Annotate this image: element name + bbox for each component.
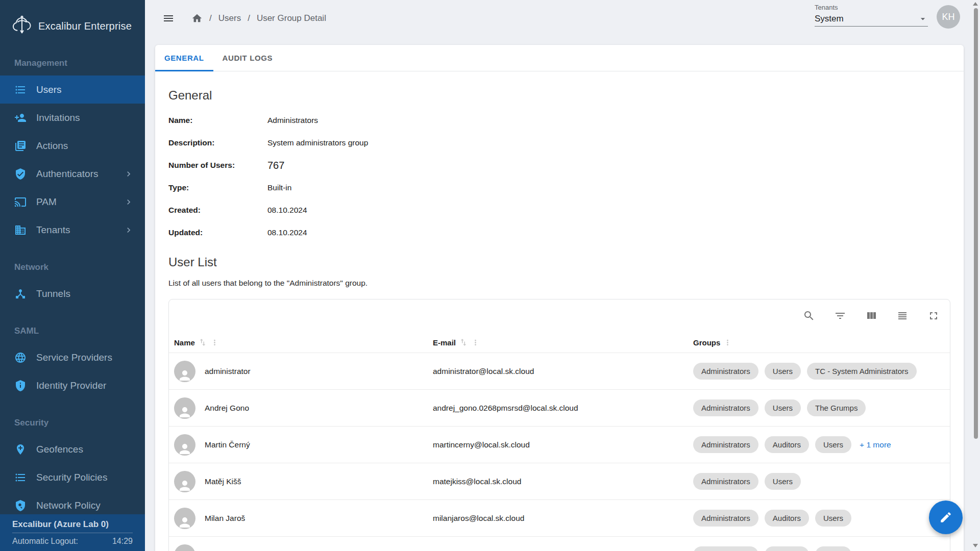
column-menu-icon[interactable] [471, 338, 480, 347]
fullscreen-icon[interactable] [927, 310, 940, 322]
sidebar-item-actions[interactable]: Actions [0, 132, 145, 160]
tab-general[interactable]: GENERAL [155, 45, 213, 71]
user-email: andrej_gono.0268pmsrsd@local.sk.cloud [433, 404, 693, 413]
avatar [174, 471, 195, 492]
table-row-ad-la-b-lkov[interactable]: Adéla Bílkováadelabilkova@local.sk.cloud… [169, 536, 950, 551]
list-icon [14, 471, 27, 484]
edit-fab-button[interactable] [929, 500, 963, 534]
sidebar-item-tenants[interactable]: Tenants [0, 216, 145, 244]
cell-groups: AdministratorsUsersThe Grumps [693, 399, 950, 416]
cast-icon [14, 196, 27, 208]
sidebar-section-saml: SAMLService ProvidersIdentity Provider [0, 325, 145, 399]
group-chip-administrators: Administrators [693, 399, 758, 416]
avatar [174, 508, 195, 529]
sidebar-item-label: Users [36, 84, 62, 95]
breadcrumb-user-group-detail[interactable]: User Group Detail [257, 13, 326, 23]
group-chip-users: Users [815, 436, 851, 453]
cell-name: Adéla Bílková [169, 544, 433, 551]
breadcrumb: / Users / User Group Detail [191, 13, 326, 24]
home-icon[interactable] [191, 13, 203, 24]
column-label: Groups [693, 338, 720, 347]
sidebar-nav: ManagementUsersInvitationsActionsAuthent… [0, 57, 145, 519]
density-icon[interactable] [896, 310, 909, 322]
sidebar-item-users[interactable]: Users [0, 76, 145, 104]
sort-icon[interactable] [459, 338, 468, 347]
sidebar: Excalibur Enterprise ManagementUsersInvi… [0, 0, 145, 551]
cell-groups: AdministratorsAuditorsUsers+ 1 more [693, 436, 950, 453]
field-value: 767 [267, 160, 284, 171]
sidebar-item-label: Service Providers [36, 352, 112, 363]
general-fields: Name:AdministratorsDescription:System ad… [168, 109, 950, 244]
auto-logout-label: Automatic Logout: [12, 537, 78, 546]
sidebar-item-security-policies[interactable]: Security Policies [0, 463, 145, 491]
sidebar-item-label: Actions [36, 140, 68, 152]
chevron-right-icon [124, 197, 134, 207]
person-icon [177, 368, 192, 382]
columns-icon[interactable] [865, 310, 877, 322]
field-value: System administrators group [267, 138, 368, 147]
general-field-updated: Updated:08.10.2024 [168, 221, 950, 244]
table-toolbar [169, 299, 950, 332]
scrollbar-thumb[interactable] [974, 8, 978, 439]
breadcrumb-users[interactable]: Users [218, 13, 241, 23]
person-icon [177, 405, 192, 419]
tenant-select[interactable]: Tenants System [815, 4, 928, 27]
group-chip-users: Users [765, 399, 801, 416]
general-field-number-of-users: Number of Users:767 [168, 154, 950, 177]
shield-search-icon [14, 499, 27, 512]
avatar [174, 544, 195, 551]
table-row-administrator[interactable]: administratoradministrator@local.sk.clou… [169, 353, 950, 389]
column-menu-icon[interactable] [210, 338, 219, 347]
sort-icon[interactable] [198, 338, 207, 347]
table-row-martin-ern[interactable]: Martin Černýmartincerny@local.sk.cloudAd… [169, 426, 950, 463]
nav-section-label: Network [0, 261, 145, 273]
sidebar-item-authenticators[interactable]: Authenticators [0, 160, 145, 188]
general-field-name: Name:Administrators [168, 109, 950, 132]
chevron-right-icon [124, 225, 134, 235]
group-chip-users: Users [815, 510, 851, 527]
sidebar-footer: Excalibur (Azure Lab 0) Automatic Logout… [0, 514, 145, 551]
column-menu-icon[interactable] [723, 338, 732, 347]
user-avatar[interactable]: KH [937, 5, 960, 29]
scrollbar-up-arrow[interactable] [973, 2, 978, 6]
sidebar-item-service-providers[interactable]: Service Providers [0, 343, 145, 371]
more-groups-link[interactable]: + 1 more [860, 440, 891, 449]
auto-logout-time: 14:29 [112, 537, 133, 546]
column-header-name: Name [169, 338, 433, 347]
group-chip-administrators: Administrators [693, 546, 758, 551]
general-heading: General [168, 87, 950, 104]
cell-name: Martin Černý [169, 434, 433, 456]
person-add-icon [14, 112, 27, 124]
table-row-mat-j-ki[interactable]: Matěj Kiššmatejkiss@local.sk.cloudAdmini… [169, 463, 950, 499]
sidebar-item-tunnels[interactable]: Tunnels [0, 280, 145, 308]
app-title: Excalibur Enterprise [38, 20, 132, 32]
table-row-milan-jaro[interactable]: Milan Jarošmilanjaros@local.sk.cloudAdmi… [169, 499, 950, 536]
sidebar-item-identity-provider[interactable]: Identity Provider [0, 371, 145, 399]
field-value: 08.10.2024 [267, 206, 307, 215]
scrollbar-down-arrow[interactable] [973, 544, 978, 547]
avatar [174, 434, 195, 456]
table-row-andrej-gono[interactable]: Andrej Gonoandrej_gono.0268pmsrsd@local.… [169, 389, 950, 426]
table-body: administratoradministrator@local.sk.clou… [169, 353, 950, 551]
excalibur-logo-icon [10, 14, 34, 38]
footer-divider [12, 533, 133, 533]
tab-audit-logs[interactable]: AUDIT LOGS [213, 45, 282, 71]
sidebar-item-label: PAM [36, 196, 57, 208]
sidebar-item-label: Identity Provider [36, 380, 106, 391]
filter-icon[interactable] [834, 310, 846, 322]
globe-icon [14, 352, 27, 364]
sidebar-item-pam[interactable]: PAM [0, 188, 145, 216]
field-label: Type: [168, 183, 267, 192]
group-chip-users: Users [815, 546, 851, 551]
hamburger-menu-icon[interactable] [162, 12, 175, 24]
pages-icon [14, 140, 27, 152]
sidebar-item-geofences[interactable]: Geofences [0, 435, 145, 463]
field-label: Name: [168, 116, 267, 125]
sidebar-item-invitations[interactable]: Invitations [0, 104, 145, 132]
cell-groups: AdministratorsAuditorsUsers+ 2 more [693, 546, 950, 551]
search-icon[interactable] [803, 310, 815, 322]
pin-plus-icon [14, 443, 27, 456]
group-chip-users: Users [765, 363, 801, 380]
nav-section-label: Security [0, 417, 145, 429]
card-content: General Name:AdministratorsDescription:S… [155, 87, 964, 551]
